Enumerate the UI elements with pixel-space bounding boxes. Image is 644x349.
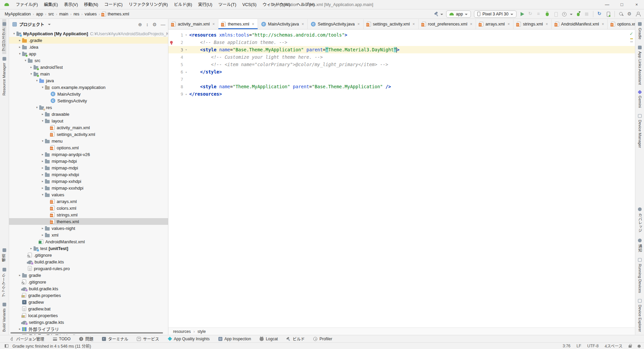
menu-r[interactable]: リファクタリング(R) xyxy=(126,2,171,7)
chevron-expanded-icon[interactable]: ▾ xyxy=(17,52,22,55)
breadcrumb-item[interactable]: src xyxy=(48,12,54,16)
tool-stripe-device-manager[interactable]: Device Manager xyxy=(638,111,642,151)
menu-n[interactable]: 移動(N) xyxy=(81,2,101,7)
tree-row-[interactable]: ▸外部ライブラリ xyxy=(9,326,168,332)
tree-row-.gitignore[interactable]: .gitignore xyxy=(9,252,168,258)
tree-row-build.gradle.kts[interactable]: build.gradle.kts xyxy=(9,258,168,265)
minimize-button[interactable]: — xyxy=(600,0,614,9)
chevron-collapsed-icon[interactable]: ▸ xyxy=(29,65,34,69)
close-icon[interactable]: × xyxy=(212,22,215,27)
error-bulb-icon[interactable] xyxy=(170,41,173,44)
account-icon[interactable] xyxy=(635,11,641,17)
tree-row-local.properties[interactable]: local.properties xyxy=(9,312,168,319)
tree-row-app[interactable]: ▾app xyxy=(9,50,168,57)
status-line-separator[interactable]: LF xyxy=(577,344,581,348)
tree-row-gradle[interactable]: ▸gradle xyxy=(9,272,168,279)
chevron-collapsed-icon[interactable]: ▸ xyxy=(40,180,45,183)
tool-window-button-logcat[interactable]: Logcat xyxy=(260,337,278,341)
chevron-collapsed-icon[interactable]: ▸ xyxy=(29,247,34,250)
gradle-sync-icon[interactable] xyxy=(597,11,602,17)
close-icon[interactable]: × xyxy=(358,22,360,27)
chevron-collapsed-icon[interactable]: ▸ xyxy=(40,153,45,156)
tool-window-button-version-control[interactable]: バージョン管理 xyxy=(10,336,44,342)
fold-marker-icon[interactable]: ▴ xyxy=(183,92,189,96)
tree-row-options.xml[interactable]: options.xml xyxy=(9,144,168,151)
tool-window-button-problems[interactable]: 問題 xyxy=(79,336,93,342)
chevron-collapsed-icon[interactable]: ▸ xyxy=(40,159,45,163)
tree-row-AndroidManifest.xml[interactable]: AndroidManifest.xml xyxy=(9,238,168,245)
tool-stripe-running-devices[interactable]: Running Devices xyxy=(638,255,642,296)
tool-window-switcher-icon[interactable] xyxy=(5,344,8,348)
tree-row-proguard-rules.pro[interactable]: proguard-rules.pro xyxy=(9,265,168,272)
chevron-collapsed-icon[interactable]: ▸ xyxy=(40,186,45,190)
tool-window-button-services[interactable]: サービス xyxy=(137,336,159,342)
notifications-bell-icon[interactable] xyxy=(638,345,641,347)
tree-row-xml[interactable]: ▸xml xyxy=(9,232,168,238)
tool-stripe-resource-manager[interactable]: Resource Manager xyxy=(2,54,6,99)
tree-row-gradle.properties[interactable]: gradle.properties xyxy=(9,292,168,299)
chevron-collapsed-icon[interactable]: ▸ xyxy=(17,273,22,277)
editor-breadcrumb-item[interactable]: style xyxy=(198,329,206,334)
close-icon[interactable]: × xyxy=(546,22,548,27)
tab-MainActivity.java[interactable]: MainActivity.java× xyxy=(258,19,308,29)
chevron-collapsed-icon[interactable]: ▸ xyxy=(40,227,45,230)
menu-t[interactable]: ツール(T) xyxy=(215,2,239,7)
close-icon[interactable]: × xyxy=(470,22,472,27)
maximize-button[interactable]: □ xyxy=(614,0,629,9)
tree-row-androidTest[interactable]: ▸androidTest xyxy=(9,64,168,70)
close-icon[interactable]: × xyxy=(302,22,304,27)
tree-row-layout[interactable]: ▾layout xyxy=(9,117,168,124)
tree-row-mipmap-xxhdpi[interactable]: ▸mipmap-xxhdpi xyxy=(9,178,168,185)
tool-window-button-terminal[interactable]: ターミナル xyxy=(102,336,128,342)
tree-row-colors.xml[interactable]: colors.xml xyxy=(9,205,168,211)
chevron-expanded-icon[interactable]: ▾ xyxy=(23,59,28,62)
line-number[interactable]: 3 xyxy=(174,47,183,52)
attach-debugger-icon[interactable] xyxy=(576,11,581,17)
tree-row-com.example.myapplication[interactable]: ▾com.example.myapplication xyxy=(9,84,168,91)
build-hammer-icon[interactable] xyxy=(434,11,439,17)
chevron-collapsed-icon[interactable]: ▸ xyxy=(40,173,45,176)
menu-u[interactable]: 実行(U) xyxy=(195,2,215,7)
tree-row-gradlew.bat[interactable]: gradlew.bat xyxy=(9,305,168,312)
tab-activity_main.xml[interactable]: activity_main.xml× xyxy=(168,19,218,29)
tree-row-mipmap-xhdpi[interactable]: ▸mipmap-xhdpi xyxy=(9,171,168,178)
search-icon[interactable] xyxy=(619,11,624,17)
fold-marker-icon[interactable]: ▾ xyxy=(183,48,189,51)
line-number[interactable]: 8 xyxy=(174,84,183,89)
chevron-expanded-icon[interactable]: ▾ xyxy=(35,106,39,109)
tree-row-.gitignore[interactable]: .gitignore xyxy=(9,279,168,285)
menu-b[interactable]: ビルド(B) xyxy=(171,2,195,7)
tree-row-strings.xml[interactable]: strings.xml xyxy=(9,211,168,218)
tool-stripe-notifications[interactable]: 通知 xyxy=(638,236,642,255)
fold-marker-icon[interactable]: ▴ xyxy=(183,70,189,73)
tab-options.xml[interactable]: options.xml× xyxy=(608,19,635,29)
tree-row-java[interactable]: ▾java xyxy=(9,77,168,84)
gear-icon[interactable]: ⚙ xyxy=(152,22,157,27)
chevron-collapsed-icon[interactable]: ▸ xyxy=(17,39,22,42)
caret-down-icon[interactable] xyxy=(570,11,573,17)
device-select[interactable]: Pixel 3 API 30 xyxy=(474,10,517,18)
breadcrumb-item[interactable]: MyApplication xyxy=(5,12,31,16)
tree-row-gradlew[interactable]: gradlew xyxy=(9,299,168,305)
debug-bug-icon[interactable] xyxy=(545,11,550,17)
tree-row-res[interactable]: ▾res xyxy=(9,104,168,111)
tool-window-button-todo[interactable]: TODO xyxy=(53,337,70,341)
tree-row-mipmap-anydpi-v26[interactable]: ▸mipmap-anydpi-v26 xyxy=(9,151,168,158)
tree-row-SettingsActivity[interactable]: SettingsActivity xyxy=(9,97,168,104)
chevron-expanded-icon[interactable]: ▾ xyxy=(40,193,45,196)
close-button[interactable]: × xyxy=(629,0,644,9)
menu-vcss[interactable]: VCS(S) xyxy=(239,2,259,7)
tree-row-values-night[interactable]: ▸values-night xyxy=(9,225,168,232)
tree-row-test[interactable]: ▸test[unitTest] xyxy=(9,245,168,252)
tool-window-button-build[interactable]: ビルド xyxy=(286,336,305,342)
breadcrumb-item[interactable]: res xyxy=(73,12,79,16)
breadcrumb-item[interactable]: values xyxy=(85,12,97,16)
menu-c[interactable]: コード(C) xyxy=(101,2,126,7)
chevron-expanded-icon[interactable]: ▾ xyxy=(35,79,39,82)
apply-changes-icon[interactable] xyxy=(536,11,542,17)
chevron-expanded-icon[interactable]: ▾ xyxy=(40,119,45,122)
close-icon[interactable]: × xyxy=(413,22,415,27)
tab-SettingsActivity.java[interactable]: SettingsActivity.java× xyxy=(308,19,363,29)
caret-down-icon[interactable] xyxy=(440,11,443,17)
menu-e[interactable]: 編集(E) xyxy=(41,2,61,7)
